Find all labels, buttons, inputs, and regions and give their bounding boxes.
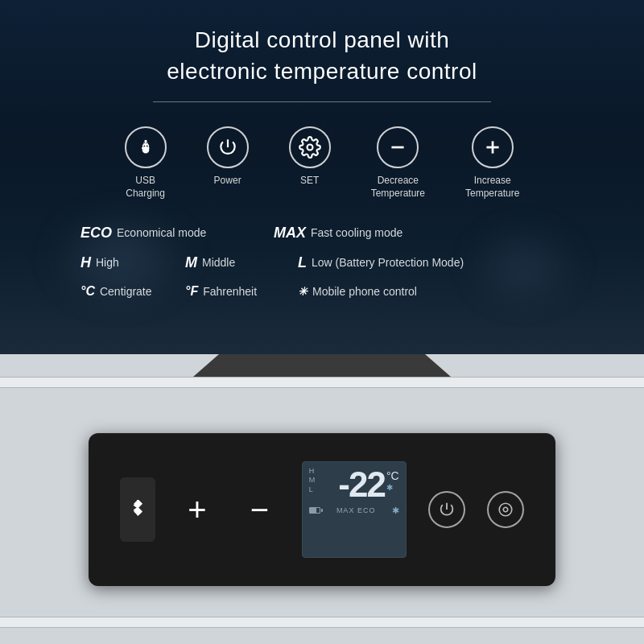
icons-row: USBCharging Power SET (125, 126, 520, 200)
max-key: MAX (274, 225, 306, 242)
lcd-battery (309, 507, 320, 514)
decrease-circle (377, 126, 419, 168)
bt-panel-icon (130, 500, 146, 519)
lcd-l-label: L (309, 485, 316, 494)
settings-btn-icon (497, 501, 514, 518)
settings-button[interactable] (487, 491, 524, 528)
lcd-degree: °C (386, 470, 399, 481)
battery-fill (310, 508, 316, 513)
feature-high: H High (80, 254, 185, 271)
icon-increase: IncreaseTemperature (465, 126, 519, 200)
bottom-section: + − H M L -22 °C ✱ (0, 354, 644, 644)
high-desc: High (96, 256, 119, 269)
usb-icon (135, 137, 156, 158)
power-icon (217, 137, 238, 158)
svg-point-7 (307, 145, 312, 151)
usb-label: USBCharging (126, 175, 165, 200)
eco-desc: Economical mode (117, 226, 206, 239)
lcd-display: H M L -22 °C ✱ MAX ECO (302, 461, 407, 558)
max-desc: Fast cooling mode (311, 226, 402, 239)
minus-button[interactable]: − (239, 489, 279, 530)
feature-middle: M Middle (185, 254, 298, 271)
usb-circle (125, 126, 167, 168)
increase-label: IncreaseTemperature (465, 175, 519, 200)
fahrenheit-key: °F (185, 284, 198, 299)
lcd-hml-labels: H M L (309, 467, 316, 494)
feature-max: MAX Fast cooling mode (274, 225, 467, 242)
increase-circle (472, 126, 514, 168)
plus-button[interactable]: + (177, 489, 217, 530)
features-section: ECO Economical mode MAX Fast cooling mod… (48, 225, 596, 312)
feature-fahrenheit: °F Fahrenheit (185, 284, 298, 299)
celsius-desc: Centigrate (100, 285, 152, 298)
lcd-bt-small: ✱ (386, 483, 393, 492)
power-circle (207, 126, 249, 168)
lcd-bt-bottom-icon: ✱ (392, 506, 399, 516)
lcd-temp-value: -22 (338, 467, 385, 502)
top-section: Digital control panel with electronic te… (0, 0, 644, 354)
plus-icon (482, 137, 503, 158)
stripe-bottom (0, 617, 644, 628)
minus-icon (387, 137, 408, 158)
decrease-label: DecreaceTemperature (371, 175, 425, 200)
lcd-temp-unit: °C ✱ (386, 467, 399, 492)
set-label: SET (300, 175, 319, 188)
main-title: Digital control panel with electronic te… (167, 24, 477, 87)
bluetooth-button[interactable] (120, 477, 155, 542)
icon-power: Power (207, 126, 249, 200)
svg-rect-4 (142, 147, 144, 149)
celsius-key: °C (80, 284, 95, 299)
svg-point-17 (500, 503, 513, 516)
bluetooth-icon: ✳ (298, 285, 308, 298)
battery-icon (309, 507, 320, 514)
panel-handle (193, 354, 451, 377)
lcd-h-label: H (309, 467, 316, 476)
feature-celsius: °C Centigrate (80, 284, 185, 299)
lcd-temperature: -22 °C ✱ (338, 467, 398, 502)
stripe-top (0, 377, 644, 388)
fahrenheit-desc: Fahrenheit (203, 285, 257, 298)
eco-key: ECO (80, 225, 112, 242)
lcd-max-eco: MAX ECO (336, 506, 376, 514)
icon-usb: USBCharging (125, 126, 167, 200)
lcd-m-label: M (309, 476, 316, 485)
low-desc: Low (Battery Protection Mode) (312, 256, 464, 269)
mobile-desc: Mobile phone control (312, 285, 417, 298)
svg-point-6 (147, 147, 150, 150)
features-row-1: ECO Economical mode MAX Fast cooling mod… (80, 225, 564, 242)
title-divider (153, 101, 491, 102)
features-row-3: °C Centigrate °F Fahrenheit ✳ Mobile pho… (80, 284, 564, 299)
l-key: L (298, 254, 307, 271)
feature-low: L Low (Battery Protection Mode) (298, 254, 464, 271)
feature-mobile: ✳ Mobile phone control (298, 285, 459, 298)
gear-icon (299, 136, 321, 159)
icon-decrease: DecreaceTemperature (371, 126, 425, 200)
lcd-top-row: H M L -22 °C ✱ (309, 467, 399, 502)
power-button[interactable] (428, 491, 465, 528)
svg-point-16 (504, 507, 509, 512)
middle-desc: Middle (202, 256, 235, 269)
set-circle (289, 126, 331, 168)
feature-eco: ECO Economical mode (80, 225, 274, 242)
icon-set: SET (289, 126, 331, 200)
m-key: M (185, 254, 197, 271)
features-row-2: H High M Middle L Low (Battery Protectio… (80, 254, 564, 271)
power-label: Power (214, 175, 242, 188)
lcd-bottom-row: MAX ECO ✱ (309, 506, 399, 516)
h-key: H (80, 254, 91, 271)
power-btn-icon (438, 501, 456, 518)
control-panel: + − H M L -22 °C ✱ (89, 433, 555, 586)
